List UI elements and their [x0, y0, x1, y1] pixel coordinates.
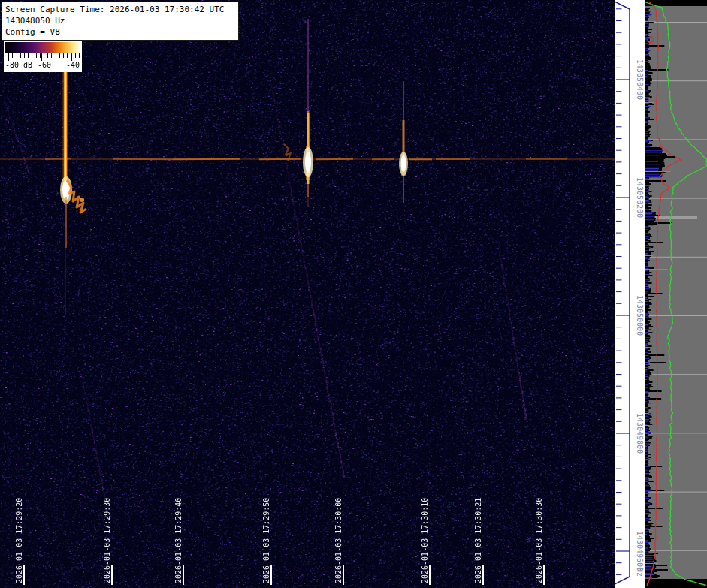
- frequency-ruler: 1430504001430502001430500001430498001430…: [615, 0, 645, 588]
- legend-labels: -80 dB -60 -40: [5, 61, 80, 71]
- time-axis-tick: [183, 565, 184, 585]
- frequency-ruler-svg: 1430504001430502001430500001430498001430…: [615, 0, 645, 588]
- info-box: Screen Capture Time: 2026-01-03 17:30:42…: [2, 2, 239, 41]
- time-axis-label: 2026-01-03 17:30:10: [421, 498, 429, 583]
- config-text: Config = V8: [5, 26, 235, 38]
- spectrum-panel-canvas: [645, 0, 707, 588]
- legend-major-tick: [71, 53, 72, 61]
- time-axis-tick: [429, 565, 431, 585]
- time-axis-tick: [482, 565, 484, 585]
- time-axis-label: 2026-01-03 17:29:40: [174, 498, 183, 583]
- color-scale-legend: -80 dB -60 -40: [4, 41, 82, 72]
- legend-major-tick: [8, 53, 9, 61]
- time-axis-label: 2026-01-03 17:29:30: [103, 498, 111, 583]
- time-axis-tick: [343, 565, 344, 585]
- time-axis-label: 2026-01-03 17:30:30: [535, 498, 543, 583]
- frequency-axis-label: 143050000: [636, 295, 644, 336]
- spectrogram-canvas: [0, 0, 615, 588]
- capture-time-text: Screen Capture Time: 2026-01-03 17:30:42…: [5, 4, 235, 15]
- legend-tick-ruler: [5, 53, 81, 58]
- frequency-axis-label: 143049800: [636, 413, 644, 454]
- time-axis-tick: [270, 565, 272, 585]
- time-axis-tick: [111, 565, 113, 585]
- frequency-axis-label: 143050400: [636, 59, 644, 100]
- time-axis-tick: [543, 565, 545, 585]
- spectrum-panel: [645, 0, 707, 588]
- time-axis-label: 2026-01-03 17:30:21: [474, 498, 482, 583]
- time-axis-label: 2026-01-03 17:29:50: [262, 498, 270, 583]
- legend-label-min: -80 dB: [5, 61, 32, 69]
- time-axis-label: 2026-01-03 17:29:20: [15, 498, 23, 583]
- time-axis-label: 2026-01-03 17:30:00: [334, 498, 343, 583]
- color-gradient-bar: [5, 42, 81, 53]
- spectrogram-screen: Screen Capture Time: 2026-01-03 17:30:42…: [0, 0, 707, 588]
- frequency-axis-label: 143050200: [636, 177, 644, 218]
- legend-label-mid: -60: [38, 61, 51, 69]
- legend-label-max: -40: [66, 61, 80, 69]
- frequency-text: 143048050 Hz: [5, 15, 235, 26]
- frequency-axis-label: 143049600: [636, 531, 644, 571]
- frequency-axis-label: Hz: [636, 568, 644, 577]
- legend-major-tick: [41, 53, 42, 61]
- time-axis-tick: [23, 565, 25, 585]
